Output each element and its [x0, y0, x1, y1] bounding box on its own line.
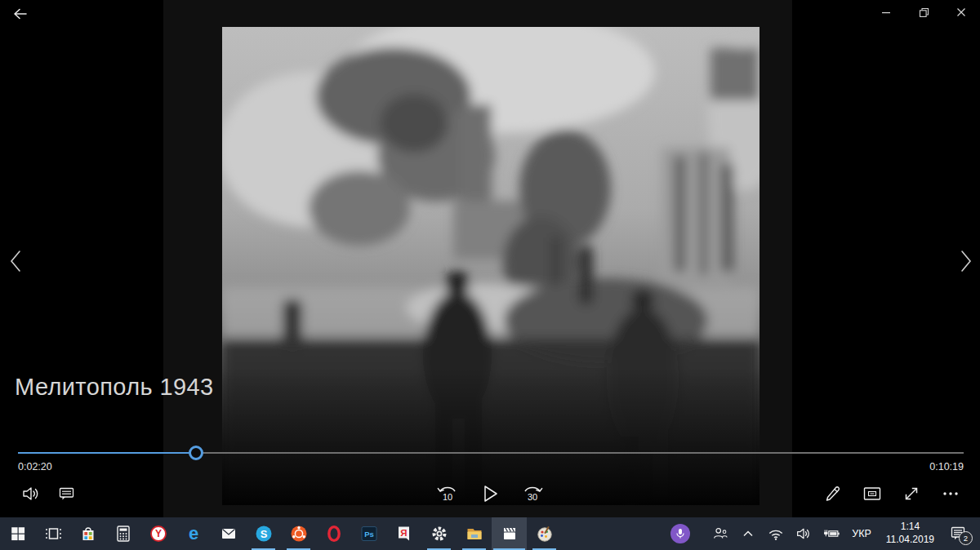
start-button[interactable] — [0, 517, 35, 550]
closed-captions-icon — [57, 485, 77, 503]
back-button[interactable] — [8, 3, 33, 24]
microphone-app-indicator[interactable] — [670, 524, 690, 543]
battery-charging-icon — [822, 526, 840, 541]
close-icon — [956, 7, 966, 17]
skype-icon: S — [254, 524, 274, 543]
play-icon — [480, 483, 500, 504]
controls-left — [18, 481, 80, 507]
svg-text:S: S — [260, 528, 267, 540]
battery-button[interactable] — [822, 517, 840, 550]
movies-tv-button[interactable] — [492, 517, 527, 550]
mini-view-icon — [862, 485, 883, 503]
miniview-button[interactable] — [859, 481, 885, 507]
svg-text:30: 30 — [528, 492, 537, 502]
video-title: Мелитополь 1943 — [15, 374, 214, 401]
pencil-icon — [823, 484, 843, 503]
next-video-button[interactable] — [954, 247, 978, 275]
seek-played — [18, 452, 189, 454]
controls-center: 10 30 — [434, 481, 546, 507]
seek-bar[interactable] — [18, 447, 964, 459]
folder-icon — [465, 524, 484, 543]
movies-tv-app-window: Мелитополь 1943 0:02:20 0:10:19 — [0, 0, 980, 550]
opera-icon — [324, 524, 344, 543]
chevron-up-icon — [742, 527, 755, 540]
paint-palette-icon — [535, 524, 555, 543]
captions-button[interactable] — [54, 481, 80, 507]
paint-button[interactable] — [527, 517, 562, 550]
task-view-button[interactable] — [35, 517, 70, 550]
clock-time: 1:14 — [886, 521, 934, 534]
volume-button[interactable] — [18, 481, 44, 507]
fullscreen-icon — [902, 484, 921, 503]
more-options-button[interactable] — [938, 481, 964, 507]
notification-badge: 2 — [959, 531, 973, 545]
store-button[interactable] — [70, 517, 105, 550]
microphone-icon — [675, 528, 685, 539]
svg-text:e: e — [188, 524, 198, 543]
minimize-button[interactable] — [867, 0, 905, 24]
close-button[interactable] — [942, 0, 980, 24]
gear-icon — [430, 524, 449, 543]
people-button[interactable] — [711, 517, 729, 550]
chevron-left-icon — [7, 248, 24, 274]
tray-volume-button[interactable] — [795, 517, 813, 550]
fullscreen-button[interactable] — [898, 481, 924, 507]
edge-button[interactable]: e — [176, 517, 211, 550]
clock[interactable]: 1:14 11.04.2019 — [883, 521, 938, 546]
yandex-browser-button[interactable]: Y — [140, 517, 176, 550]
ubuntu-button[interactable] — [281, 517, 316, 550]
yandex-browser-icon: Y — [149, 524, 168, 543]
restore-button[interactable] — [905, 0, 942, 24]
yandex-app-button[interactable]: Я — [386, 517, 421, 550]
video-content — [222, 27, 760, 505]
seek-thumb[interactable] — [189, 446, 203, 460]
volume-icon — [21, 485, 41, 503]
system-tray: УКР 1:14 11.04.2019 2 — [670, 517, 980, 550]
ellipsis-icon — [941, 484, 960, 503]
play-button[interactable] — [477, 481, 503, 507]
chevron-right-icon — [957, 248, 975, 274]
restore-icon — [919, 7, 929, 18]
calculator-button[interactable] — [105, 517, 140, 550]
taskbar: Y e S — [0, 517, 980, 550]
skip-forward-button[interactable]: 30 — [519, 481, 546, 507]
task-view-icon — [43, 524, 63, 543]
edit-button[interactable] — [820, 481, 846, 507]
yandex-icon: Я — [394, 524, 414, 543]
skip-back-button[interactable]: 10 — [434, 481, 461, 507]
skype-button[interactable]: S — [246, 517, 281, 550]
taskbar-apps: Y e S — [0, 517, 562, 550]
network-button[interactable] — [767, 517, 785, 550]
mail-icon — [219, 524, 238, 543]
mail-button[interactable] — [211, 517, 246, 550]
people-icon — [711, 525, 729, 543]
photoshop-icon: Ps — [359, 524, 379, 543]
speaker-icon — [795, 526, 812, 541]
windows-start-icon — [9, 525, 27, 543]
window-controls — [867, 0, 980, 24]
wifi-icon — [767, 526, 785, 542]
skip-forward-30-icon: 30 — [521, 483, 544, 504]
current-time: 0:02:20 — [18, 461, 52, 472]
skip-back-10-icon: 10 — [436, 483, 459, 504]
svg-text:10: 10 — [443, 492, 452, 502]
svg-text:Ps: Ps — [364, 530, 374, 539]
minimize-icon — [881, 7, 891, 17]
opera-button[interactable] — [316, 517, 351, 550]
ubuntu-icon — [289, 524, 309, 543]
total-time: 0:10:19 — [929, 461, 964, 472]
video-frame[interactable] — [222, 27, 760, 505]
edge-icon: e — [184, 524, 203, 543]
action-center-button[interactable]: 2 — [947, 517, 970, 550]
settings-button[interactable] — [421, 517, 457, 550]
back-arrow-icon — [11, 6, 29, 22]
language-indicator[interactable]: УКР — [850, 528, 873, 539]
controls-right — [820, 481, 964, 507]
svg-text:Я: Я — [400, 528, 407, 538]
clock-date: 11.04.2019 — [886, 534, 934, 547]
previous-video-button[interactable] — [3, 247, 28, 275]
microsoft-store-icon — [78, 524, 98, 543]
file-explorer-button[interactable] — [457, 517, 492, 550]
hidden-icons-button[interactable] — [739, 517, 757, 550]
photoshop-button[interactable]: Ps — [351, 517, 386, 550]
